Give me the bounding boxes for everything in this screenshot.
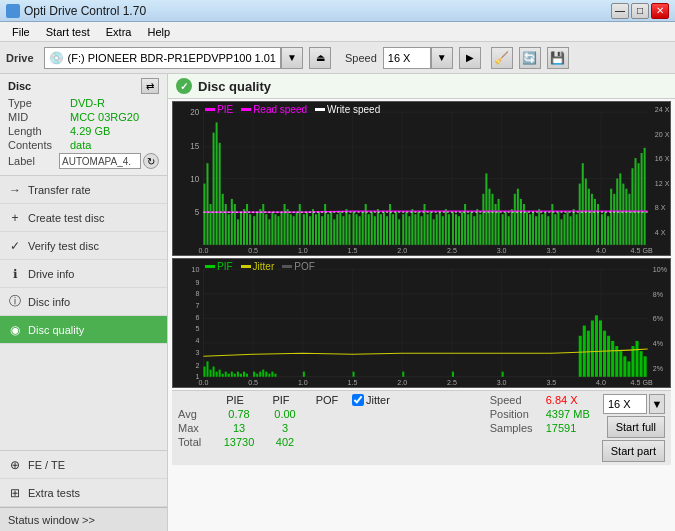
status-section: ⊕ FE / TE ⊞ Extra tests Status window >> [0, 450, 167, 531]
svg-rect-134 [573, 209, 575, 245]
svg-text:0.5: 0.5 [248, 379, 258, 387]
disc-length-row: Length 4.29 GB [8, 125, 159, 137]
nav-disc-info[interactable]: ⓘ Disc info [0, 288, 167, 316]
svg-rect-100 [467, 214, 469, 245]
drive-select[interactable]: 💿 (F:) PIONEER BDR-PR1EPDVPP100 1.01 [44, 47, 281, 69]
svg-rect-146 [610, 189, 612, 245]
svg-rect-64 [356, 214, 358, 245]
svg-text:2.5: 2.5 [447, 379, 457, 387]
svg-rect-84 [417, 212, 419, 245]
svg-text:24 X: 24 X [655, 106, 670, 114]
speed-apply-btn[interactable]: ▶ [459, 47, 481, 69]
app-icon [6, 4, 20, 18]
nav-create-test-disc[interactable]: + Create test disc [0, 204, 167, 232]
svg-text:0.0: 0.0 [198, 379, 208, 387]
nav-drive-info[interactable]: ℹ Drive info [0, 260, 167, 288]
svg-text:4 X: 4 X [655, 229, 666, 237]
save-btn[interactable]: 💾 [547, 47, 569, 69]
svg-rect-147 [613, 194, 615, 245]
svg-text:3.0: 3.0 [497, 379, 507, 387]
nav-fe-te[interactable]: ⊕ FE / TE [0, 451, 167, 479]
svg-rect-91 [439, 212, 441, 245]
drive-dropdown-btn[interactable]: ▼ [281, 47, 303, 69]
svg-text:2.5: 2.5 [447, 247, 457, 255]
svg-rect-219 [452, 372, 454, 377]
svg-rect-53 [321, 216, 323, 245]
stats-avg-row: Avg 0.78 0.00 [178, 408, 390, 420]
legend-pof-color [282, 265, 292, 268]
label-refresh-button[interactable]: ↻ [143, 153, 159, 169]
svg-text:16 X: 16 X [655, 155, 670, 163]
svg-rect-111 [502, 214, 504, 245]
svg-rect-50 [312, 209, 314, 245]
nav-extra-tests[interactable]: ⊞ Extra tests [0, 479, 167, 507]
nav-verify-test-disc[interactable]: ✓ Verify test disc [0, 232, 167, 260]
menu-extra[interactable]: Extra [98, 24, 140, 40]
nav-extra-tests-label: Extra tests [28, 487, 80, 499]
disc-contents-key: Contents [8, 139, 70, 151]
start-full-button[interactable]: Start full [607, 416, 665, 438]
start-part-button[interactable]: Start part [602, 440, 665, 462]
svg-text:20: 20 [190, 108, 199, 117]
speed-label: Speed [345, 52, 377, 64]
drive-label: Drive [6, 52, 34, 64]
legend-pie-label: PIE [217, 104, 233, 115]
nav-disc-quality[interactable]: ◉ Disc quality [0, 316, 167, 344]
close-button[interactable]: ✕ [651, 3, 669, 19]
disc-length-value: 4.29 GB [70, 125, 110, 137]
legend-write-speed-label: Write speed [327, 104, 380, 115]
jitter-checkbox[interactable] [352, 394, 364, 406]
menu-help[interactable]: Help [139, 24, 178, 40]
svg-rect-154 [635, 158, 637, 245]
svg-rect-47 [303, 214, 305, 245]
svg-text:4: 4 [195, 337, 199, 345]
drive-bar: Drive 💿 (F:) PIONEER BDR-PR1EPDVPP100 1.… [0, 42, 675, 74]
disc-label-input-group: ↻ [59, 153, 159, 169]
speed-dropdown-btn[interactable]: ▼ [431, 47, 453, 69]
speed-value-stat: 6.84 X [546, 394, 578, 406]
svg-rect-107 [488, 189, 490, 245]
svg-rect-67 [365, 204, 367, 245]
disc-label-input[interactable] [59, 153, 141, 169]
speed-dropdown-stat[interactable]: 16 X [603, 394, 647, 414]
menu-file[interactable]: File [4, 24, 38, 40]
svg-rect-20 [219, 143, 221, 245]
svg-text:8%: 8% [653, 291, 664, 299]
svg-rect-235 [636, 341, 639, 377]
minimize-button[interactable]: — [611, 3, 629, 19]
legend-pif-label: PIF [217, 261, 233, 272]
disc-label-key: Label [8, 155, 59, 167]
svg-rect-34 [262, 204, 264, 245]
menu-start-test[interactable]: Start test [38, 24, 98, 40]
svg-rect-211 [262, 370, 264, 377]
legend-pie: PIE [205, 104, 233, 115]
menu-bar: File Start test Extra Help [0, 22, 675, 42]
svg-rect-220 [502, 372, 504, 377]
svg-text:15: 15 [190, 142, 199, 151]
svg-rect-123 [538, 209, 540, 245]
svg-rect-202 [231, 372, 233, 377]
disc-section-title: Disc [8, 80, 31, 92]
speed-select[interactable]: 16 X [383, 47, 431, 69]
title-bar-controls: — □ ✕ [611, 3, 669, 19]
svg-rect-194 [206, 361, 208, 376]
status-window-button[interactable]: Status window >> [0, 507, 167, 531]
svg-rect-203 [234, 374, 236, 377]
quality-title: Disc quality [198, 79, 271, 94]
chart1-svg: 20 15 10 5 24 X 20 X 16 X 12 X 8 X 4 X 0… [173, 102, 670, 255]
clear-btn[interactable]: 🧹 [491, 47, 513, 69]
speed-select-row: 16 X ▼ [603, 394, 665, 414]
maximize-button[interactable]: □ [631, 3, 649, 19]
svg-rect-81 [408, 216, 410, 245]
drive-eject-btn[interactable]: ⏏ [309, 47, 331, 69]
disc-swap-button[interactable]: ⇄ [141, 78, 159, 94]
nav-transfer-rate[interactable]: → Transfer rate [0, 176, 167, 204]
svg-rect-38 [274, 214, 276, 245]
svg-rect-200 [225, 372, 227, 377]
jitter-checkbox-group: Jitter [352, 394, 390, 406]
left-panel: Disc ⇄ Type DVD-R MID MCC 03RG20 Length … [0, 74, 168, 531]
refresh-btn[interactable]: 🔄 [519, 47, 541, 69]
speed-dropdown-arrow[interactable]: ▼ [649, 394, 665, 414]
svg-text:1.5: 1.5 [348, 379, 358, 387]
svg-text:0.5: 0.5 [248, 247, 258, 255]
